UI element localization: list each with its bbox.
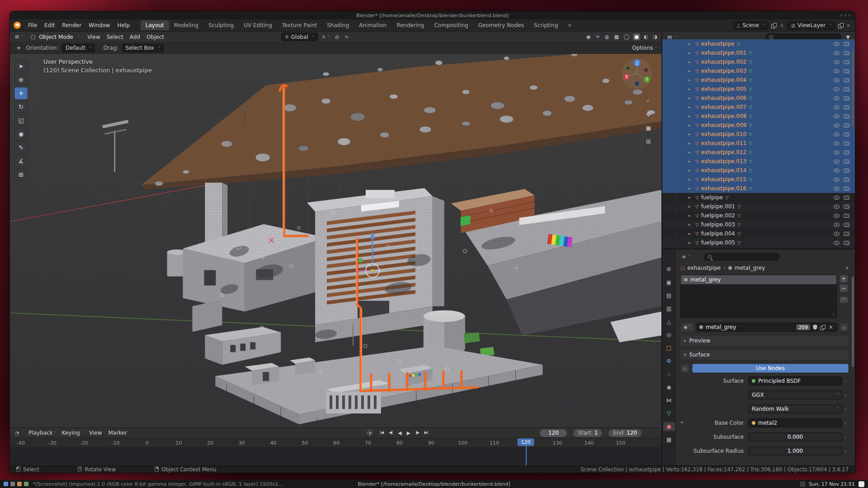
outliner-item[interactable]: ▸ ▽ exhaustpipe.008 ▽ xyxy=(662,112,855,121)
taskbar-clock[interactable]: Sun, 17 Nov 21:51 xyxy=(809,481,855,487)
outliner-item[interactable]: ▸ ▽ fuelpipe.003 ▽ xyxy=(662,220,855,229)
tool-move[interactable]: ✛ xyxy=(14,87,28,99)
browse-material-button[interactable]: ˅ xyxy=(680,323,694,332)
expand-arrow-icon[interactable]: ▸ xyxy=(689,42,693,46)
timeline-editor-type-icon[interactable]: ◔ xyxy=(14,430,24,436)
tool-measure[interactable]: ∡ xyxy=(14,155,28,167)
axis-navigation-gizmo[interactable]: Z Y X xyxy=(620,56,654,92)
disable-in-render-icon[interactable] xyxy=(844,196,849,200)
base-color-field[interactable]: metal2 xyxy=(748,418,842,427)
shading-wireframe-icon[interactable]: ◯ xyxy=(623,33,631,40)
tab-world[interactable]: ◎ xyxy=(663,330,675,339)
tab-scene[interactable]: △ xyxy=(663,317,675,326)
tray-icon[interactable] xyxy=(800,482,805,487)
expand-arrow-icon[interactable]: ▸ xyxy=(689,96,693,100)
viewport-menu-item[interactable]: View xyxy=(84,33,103,41)
material-name-field[interactable]: metal_grey 209 × xyxy=(696,323,837,332)
disable-in-render-icon[interactable] xyxy=(844,60,849,64)
viewport-menu-item[interactable]: Select xyxy=(104,33,127,41)
jump-to-start-button[interactable]: |◀ xyxy=(378,429,385,437)
hide-in-viewport-icon[interactable] xyxy=(834,69,840,73)
hide-in-viewport-icon[interactable] xyxy=(834,123,840,127)
material-slot-item[interactable]: metal_grey xyxy=(681,275,836,284)
expand-arrow-icon[interactable]: ▸ xyxy=(689,222,693,227)
window-titlebar[interactable]: Blender* [/home/amalie/Desktop/blender/b… xyxy=(10,11,855,19)
hide-in-viewport-icon[interactable] xyxy=(834,96,840,100)
outliner-item[interactable]: ▸ ▽ fuelpipe.001 ▽ xyxy=(662,202,855,211)
expand-arrow-icon[interactable]: ▸ xyxy=(689,240,693,245)
playhead-frame-badge[interactable]: 120 xyxy=(518,438,534,446)
material-users-count[interactable]: 209 xyxy=(796,324,810,330)
app-icon[interactable] xyxy=(17,482,22,486)
expand-arrow-icon[interactable]: ▸ xyxy=(689,123,693,127)
workspace-tab[interactable]: Compositing xyxy=(429,20,473,30)
expand-arrow-icon[interactable]: ▸ xyxy=(689,60,693,64)
add-workspace-button[interactable]: + xyxy=(564,21,576,30)
outliner-item[interactable]: ▸ ▽ exhaustpipe.003 ▽ xyxy=(662,66,855,75)
tool-select-box[interactable]: ➤ xyxy=(14,60,28,72)
expand-arrow-icon[interactable]: ▸ xyxy=(689,195,693,200)
disable-in-render-icon[interactable] xyxy=(844,105,849,109)
expand-arrow-icon[interactable]: ▸ xyxy=(681,420,684,424)
outliner-item[interactable]: ▸ ▽ exhaustpipe.013 ▽ xyxy=(662,157,855,166)
hide-in-viewport-icon[interactable] xyxy=(834,187,840,191)
hide-in-viewport-icon[interactable] xyxy=(834,196,840,200)
outliner-item[interactable]: ▸ ▽ fuelpipe ▽ xyxy=(662,193,855,202)
disable-in-render-icon[interactable] xyxy=(844,42,849,46)
hide-in-viewport-icon[interactable] xyxy=(834,60,840,64)
drag-dropdown[interactable]: Select Box xyxy=(122,44,164,52)
hide-in-viewport-icon[interactable] xyxy=(834,214,840,218)
expand-arrow-icon[interactable]: ▸ xyxy=(689,114,693,118)
workspace-tab[interactable]: Rendering xyxy=(392,20,429,30)
subsurface-radius-slider[interactable]: 1.000 xyxy=(748,446,842,455)
frame-end-field[interactable]: End 120 xyxy=(609,429,642,437)
disable-in-render-icon[interactable] xyxy=(844,187,849,191)
viewport-menu-item[interactable]: Object xyxy=(143,33,167,41)
remove-viewlayer-icon[interactable]: × xyxy=(846,23,851,28)
disable-in-render-icon[interactable] xyxy=(844,169,849,173)
options-dropdown[interactable]: Options xyxy=(632,45,657,51)
expand-arrow-icon[interactable]: ▸ xyxy=(689,231,693,236)
hide-in-viewport-icon[interactable] xyxy=(834,141,840,145)
tab-tool[interactable]: ⚙ xyxy=(663,265,675,274)
disable-in-render-icon[interactable] xyxy=(844,78,849,82)
expand-arrow-icon[interactable]: ▸ xyxy=(689,159,693,164)
prev-keyframe-button[interactable]: ◀| xyxy=(387,429,394,437)
breadcrumb-object[interactable]: exhaustpipe xyxy=(687,265,721,271)
outliner-item[interactable]: ▸ ▽ exhaustpipe.002 ▽ xyxy=(662,57,855,66)
next-keyframe-button[interactable]: |▶ xyxy=(414,429,421,437)
expand-arrow-icon[interactable]: ▸ xyxy=(689,177,693,182)
timeline-track[interactable]: 120 xyxy=(10,448,661,465)
new-material-icon[interactable] xyxy=(820,325,825,330)
outliner-item[interactable]: ▸ ▽ exhaustpipe.016 ▽ xyxy=(662,184,855,193)
workspace-tab[interactable]: Shading xyxy=(322,20,354,30)
expand-arrow-icon[interactable]: ▸ xyxy=(689,69,693,73)
disable-in-render-icon[interactable] xyxy=(844,114,849,118)
outliner-item[interactable]: ▸ ▽ exhaustpipe.015 ▽ xyxy=(662,175,855,184)
unlink-scene-icon[interactable]: × xyxy=(779,23,784,28)
hide-in-viewport-icon[interactable] xyxy=(834,169,840,173)
expand-arrow-icon[interactable]: ▸ xyxy=(689,87,693,91)
proportional-editing-icon[interactable]: ◎ xyxy=(334,33,341,40)
expand-arrow-icon[interactable]: ▸ xyxy=(689,168,693,173)
tool-scale[interactable]: ◱ xyxy=(14,114,28,127)
play-button[interactable]: ▶ xyxy=(405,429,411,437)
blender-logo-icon[interactable] xyxy=(14,22,21,29)
tab-object[interactable]: □ xyxy=(663,343,675,352)
play-reverse-button[interactable]: ◀ xyxy=(396,429,403,437)
workspace-tab[interactable]: Sculpting xyxy=(203,20,239,30)
mode-dropdown[interactable]: ▢ Object Mode xyxy=(26,33,83,41)
timeline-menu-item[interactable]: Marker xyxy=(105,429,130,437)
window-controls[interactable] xyxy=(840,14,850,16)
app-icon[interactable] xyxy=(10,482,15,486)
disable-in-render-icon[interactable] xyxy=(844,51,849,55)
app-icon[interactable] xyxy=(24,482,28,486)
expand-arrow-icon[interactable]: ▸ xyxy=(689,186,693,191)
outliner-scrollbar[interactable] xyxy=(852,50,854,127)
workspace-tab[interactable]: Geometry Nodes xyxy=(473,20,529,30)
workspace-tab[interactable]: Texture Paint xyxy=(277,20,322,30)
tab-physics[interactable]: ◉ xyxy=(663,383,675,392)
outliner-item[interactable]: ▸ ▽ fuelpipe.004 ▽ xyxy=(662,229,855,238)
viewport-menu-item[interactable]: Add xyxy=(127,33,143,41)
tool-transform[interactable]: ◉ xyxy=(14,128,28,140)
